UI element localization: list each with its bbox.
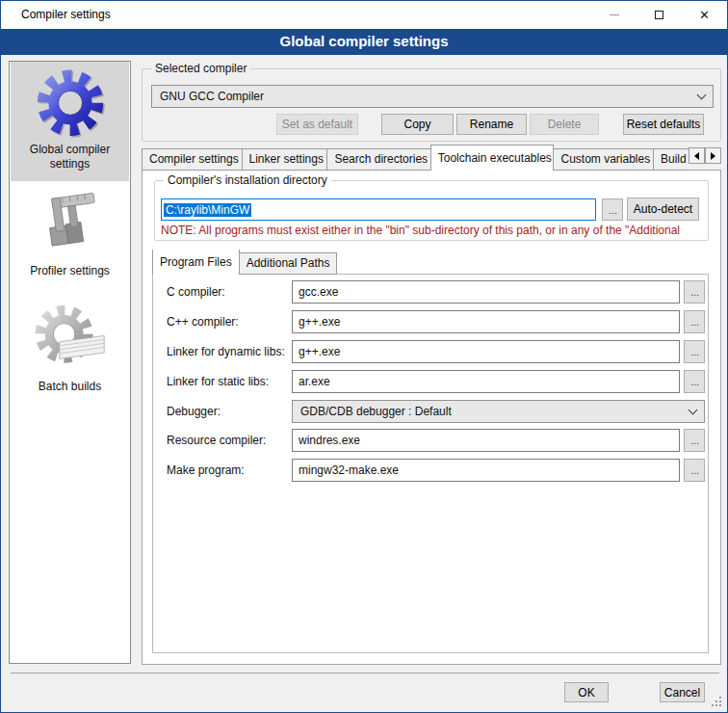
field-label: C++ compiler: [167, 310, 239, 333]
auto-detect-button[interactable]: Auto-detect [627, 198, 699, 221]
tab-custom-variables[interactable]: Custom variables [553, 148, 654, 171]
tab-linker-settings[interactable]: Linker settings [242, 148, 328, 171]
linker-dynamic-input[interactable] [292, 340, 680, 363]
field-row-cpp-compiler: C++ compiler: ... [153, 310, 708, 333]
caliper-icon [33, 185, 108, 262]
maximize-button[interactable] [637, 1, 682, 29]
rename-button[interactable]: Rename [456, 114, 527, 135]
toolchain-executables-page: Compiler's installation directory C:\ray… [142, 170, 721, 665]
chevron-down-icon [697, 90, 707, 99]
installation-directory-group-label: Compiler's installation directory [164, 173, 331, 187]
minimize-icon [610, 14, 619, 15]
delete-button: Delete [530, 114, 599, 135]
program-files-page: C compiler: ... C++ compiler: ... Linker… [152, 274, 709, 653]
field-row-linker-dynamic: Linker for dynamic libs: ... [153, 340, 708, 363]
installation-directory-value: C:\raylib\MinGW [164, 203, 251, 217]
dialog-header: Global compiler settings [1, 29, 727, 55]
set-as-default-button: Set as default [276, 114, 358, 135]
footer-divider [11, 673, 719, 673]
arrow-right-icon [711, 152, 715, 160]
resize-grip[interactable] [712, 697, 723, 708]
close-button[interactable]: ✕ [682, 1, 727, 29]
field-label: Debugger: [167, 400, 221, 423]
sidebar-item-label: Profiler settings [26, 262, 114, 280]
close-icon: ✕ [699, 9, 710, 21]
installation-directory-browse-button[interactable]: ... [602, 198, 623, 221]
copy-button[interactable]: Copy [381, 114, 454, 135]
field-label: Resource compiler: [167, 429, 266, 452]
linker-static-browse-button[interactable]: ... [684, 370, 705, 393]
blue-gear-icon [33, 64, 108, 141]
selected-compiler-value: GNU GCC Compiler [160, 90, 698, 103]
selected-compiler-group: Selected compiler GNU GCC Compiler Set a… [142, 68, 721, 142]
tab-program-files[interactable]: Program Files [152, 250, 240, 275]
installation-directory-input[interactable]: C:\raylib\MinGW [161, 198, 596, 221]
field-row-make-program: Make program: ... [153, 459, 708, 482]
debugger-select[interactable]: GDB/CDB debugger : Default [292, 400, 705, 423]
linker-static-input[interactable] [292, 370, 680, 393]
tab-scroll-left-button[interactable] [689, 147, 705, 164]
titlebar: Compiler settings ✕ [1, 1, 727, 29]
tab-scroll-right-button[interactable] [705, 147, 721, 164]
selected-compiler-group-label: Selected compiler [151, 62, 250, 75]
window-controls: ✕ [591, 1, 727, 29]
minimize-button[interactable] [591, 1, 637, 29]
field-row-resource-compiler: Resource compiler: ... [153, 429, 708, 452]
cancel-button[interactable]: Cancel [660, 682, 705, 702]
c-compiler-browse-button[interactable]: ... [684, 280, 705, 304]
ok-button[interactable]: OK [564, 682, 609, 702]
tab-build-options[interactable]: Build [653, 148, 689, 171]
resource-compiler-browse-button[interactable]: ... [684, 429, 705, 452]
cpp-compiler-browse-button[interactable]: ... [684, 310, 705, 333]
sidebar-item-profiler-settings[interactable]: Profiler settings [11, 185, 129, 283]
settings-category-list: Global compiler settings Profiler settin… [9, 61, 131, 664]
linker-dynamic-browse-button[interactable]: ... [684, 340, 705, 363]
tab-compiler-settings[interactable]: Compiler settings [142, 148, 243, 171]
arrow-left-icon [694, 152, 699, 160]
chevron-down-icon [689, 405, 698, 414]
make-program-browse-button[interactable]: ... [684, 459, 705, 482]
debugger-value: GDB/CDB debugger : Default [300, 405, 689, 418]
gray-gear-stack-icon [32, 297, 109, 378]
field-label: Linker for dynamic libs: [167, 340, 285, 363]
reset-defaults-button[interactable]: Reset defaults [623, 114, 704, 135]
sidebar-item-label: Global compiler settings [11, 141, 129, 173]
window-title: Compiler settings [21, 1, 111, 29]
tab-toolchain-executables[interactable]: Toolchain executables [430, 145, 555, 171]
maximize-icon [655, 11, 663, 19]
compiler-settings-window: Compiler settings ✕ Global compiler sett… [0, 0, 728, 713]
field-label: Make program: [167, 459, 245, 482]
sidebar-item-label: Batch builds [35, 378, 105, 396]
sidebar-item-global-compiler-settings[interactable]: Global compiler settings [11, 62, 129, 181]
field-row-linker-static: Linker for static libs: ... [153, 370, 708, 393]
cpp-compiler-input[interactable] [292, 310, 680, 333]
field-row-debugger: Debugger: GDB/CDB debugger : Default [153, 400, 708, 423]
installation-directory-group: Compiler's installation directory C:\ray… [154, 180, 709, 241]
sidebar-item-batch-builds[interactable]: Batch builds [11, 297, 129, 401]
make-program-input[interactable] [292, 459, 680, 482]
resource-compiler-input[interactable] [292, 429, 680, 452]
field-row-c-compiler: C compiler: ... [153, 280, 708, 304]
main-tab-strip: Compiler settings Linker settings Search… [142, 144, 689, 171]
sub-tab-strip: Program Files Additional Paths [152, 250, 441, 275]
field-label: C compiler: [167, 280, 225, 304]
bin-subdirectory-note: NOTE: All programs must exist either in … [161, 224, 706, 237]
tab-additional-paths[interactable]: Additional Paths [239, 252, 338, 275]
tab-search-directories[interactable]: Search directories [326, 148, 430, 171]
selected-compiler-select[interactable]: GNU GCC Compiler [151, 85, 714, 108]
c-compiler-input[interactable] [292, 280, 680, 304]
field-label: Linker for static libs: [167, 370, 269, 393]
